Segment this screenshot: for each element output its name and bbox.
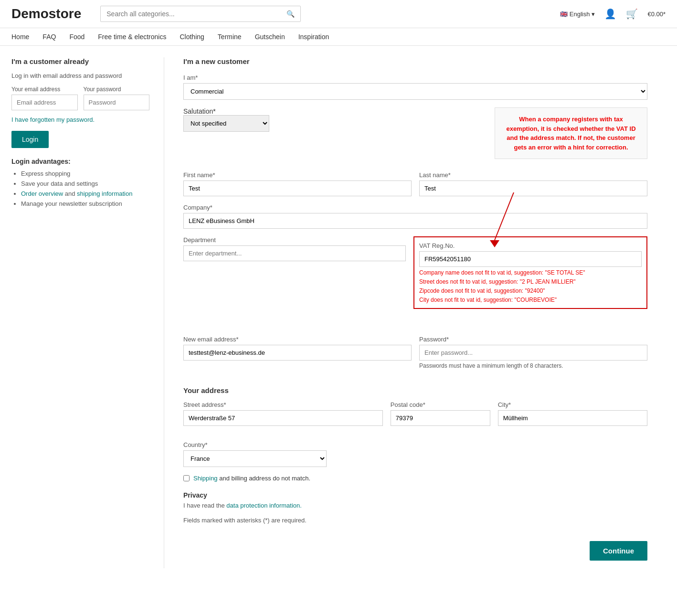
login-fields-row: Your email address Your password [11,86,149,116]
vat-error-2: Zipcode does not fit to vat id, suggesti… [419,287,642,294]
continue-btn-row: Continue [183,533,647,568]
firstname-input[interactable] [183,181,412,196]
country-select[interactable]: France Germany Austria Switzerland [183,450,327,467]
department-field: Department [183,236,406,301]
language-selector[interactable]: 🇬🇧 English ▾ [560,11,595,18]
salutation-tooltip-row: Salutation* Not specified Mr. Ms. When a… [183,107,647,164]
firstname-label: First name* [183,171,412,179]
password-input[interactable] [84,95,150,110]
privacy-title: Privacy [183,491,647,499]
company-label: Company* [183,204,647,211]
email-password-row: New email address* Password* Passwords m… [183,336,647,377]
firstname-field: First name* [183,171,412,196]
department-vat-row: Department VAT Reg.No. Company name does… [183,236,647,309]
vat-tooltip: When a company registers with tax exempt… [495,107,647,159]
new-password-label: Password* [419,336,647,343]
tooltip-container: When a company registers with tax exempt… [277,107,647,164]
new-password-field: Password* Passwords must have a minimum … [419,336,647,369]
city-input[interactable] [498,410,647,426]
logo-light: store [49,6,81,21]
vat-error-1: Street does not fit to vat id, suggestio… [419,278,642,285]
i-am-select[interactable]: Commercial Private [183,83,647,100]
new-password-input[interactable] [419,345,647,361]
country-label: Country* [183,441,327,448]
email-input[interactable] [11,95,78,110]
shipping-billing-row: Shipping and billing address do not matc… [183,475,647,482]
password-hint: Passwords must have a minimum length of … [419,362,647,369]
logo[interactable]: Demostore [11,6,81,21]
name-row: First name* Last name* [183,171,647,204]
vat-label: VAT Reg.No. [419,242,642,249]
login-button[interactable]: Login [11,131,49,148]
cart-icon[interactable]: 🛒 [626,8,638,20]
flag-icon: 🇬🇧 [560,11,568,18]
lastname-field: Last name* [419,171,647,196]
main-nav: Home FAQ Food Free time & electronics Cl… [0,28,677,46]
nav-inspiration[interactable]: Inspiration [298,33,329,41]
advantage-save-data: Save your data and settings [21,180,149,187]
privacy-text-prefix: I have read the [183,502,225,509]
postal-input[interactable] [391,410,490,426]
address-section-title: Your address [183,386,647,394]
main-content: I'm a customer already Log in with email… [0,46,659,580]
i-am-label: I am* [183,74,647,81]
chevron-down-icon: ▾ [592,11,595,18]
nav-termine[interactable]: Termine [218,33,242,41]
advantages-title: Login advantages: [11,158,149,165]
vat-errors: Company name does not fit to vat id, sug… [419,269,642,303]
login-advantages: Login advantages: Express shopping Save … [11,158,149,207]
privacy-link[interactable]: data protection information. [226,502,302,509]
forgot-password-link[interactable]: I have forgotten my password. [11,116,149,123]
nav-gutschein[interactable]: Gutschein [255,33,285,41]
advantage-order-overview: Order overview and shipping information [21,190,149,197]
department-label: Department [183,236,406,244]
new-email-input[interactable] [183,345,412,361]
language-label: English [570,11,590,18]
nav-food[interactable]: Food [69,33,85,41]
search-icon[interactable]: 🔍 [286,10,295,18]
postal-field: Postal code* [391,401,490,426]
shipping-link[interactable]: Shipping [193,475,218,482]
new-email-field: New email address* [183,336,412,369]
new-customer-title: I'm a new customer [183,57,647,65]
department-input[interactable] [183,245,406,261]
logo-bold: Demo [11,6,49,21]
required-note: Fields marked with asterisks (*) are req… [183,517,647,524]
search-input[interactable] [106,10,283,18]
privacy-section: Privacy I have read the data protection … [183,491,647,509]
nav-faq[interactable]: FAQ [42,33,56,41]
lastname-label: Last name* [419,171,647,179]
nav-home[interactable]: Home [11,33,29,41]
tooltip-text: When a company registers with tax exempt… [506,116,635,151]
advantages-list: Express shopping Save your data and sett… [11,170,149,207]
vat-error-3: City does not fit to vat id, suggestion:… [419,297,642,303]
company-field: Company* [183,204,647,229]
existing-customer-title: I'm a customer already [11,57,149,65]
postal-label: Postal code* [391,401,490,408]
email-field-group: Your email address [11,86,78,110]
company-input[interactable] [183,213,647,229]
password-field-group: Your password [84,86,150,110]
existing-customer-subtitle: Log in with email address and password [11,72,149,79]
advantage-newsletter: Manage your newsletter subscription [21,200,149,207]
street-postal-city-row: Street address* Postal code* City* [183,401,647,434]
street-input[interactable] [183,410,383,426]
header-icons: 🇬🇧 English ▾ 👤 🛒 €0.00* [560,8,666,20]
nav-free-time-electronics[interactable]: Free time & electronics [98,33,166,41]
lastname-input[interactable] [419,181,647,196]
continue-button[interactable]: Continue [590,541,647,561]
street-label: Street address* [183,401,383,408]
cart-price: €0.00* [647,11,666,18]
shipping-billing-checkbox[interactable] [183,475,190,481]
i-am-field: I am* Commercial Private [183,74,647,100]
vat-error-container: VAT Reg.No. Company name does not fit to… [413,236,647,309]
vat-input[interactable] [419,251,642,267]
right-panel: I'm a new customer I am* Commercial Priv… [183,57,647,568]
nav-clothing[interactable]: Clothing [180,33,204,41]
city-label: City* [498,401,647,408]
salutation-select[interactable]: Not specified Mr. Ms. [183,115,269,132]
search-bar[interactable]: 🔍 [100,6,301,22]
user-icon[interactable]: 👤 [604,8,616,20]
advantage-express-shopping: Express shopping [21,170,149,177]
salutation-label: Salutation* [183,107,216,115]
